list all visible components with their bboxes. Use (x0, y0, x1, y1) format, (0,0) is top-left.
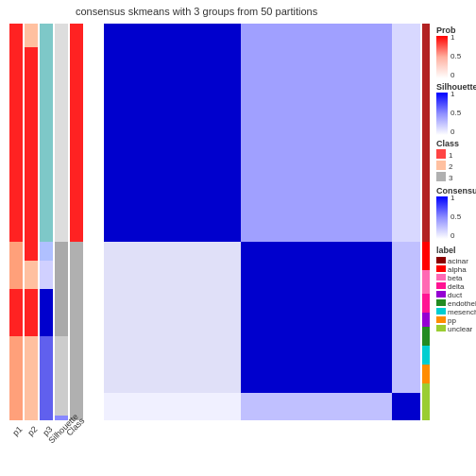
p2-mid2 (25, 261, 38, 289)
legend-class-title: Class (436, 139, 459, 148)
sil-top (55, 24, 68, 242)
sil-tick-1: 1 (450, 90, 455, 98)
prob-tick-05: 0.5 (450, 52, 462, 60)
p1-mid (9, 242, 23, 289)
label-text-pp: pp (448, 316, 456, 325)
p3-mid1 (40, 242, 53, 261)
sil-tick-0: 0 (450, 128, 455, 136)
label-swatch-beta (436, 274, 446, 280)
label-stripe-bot (422, 383, 430, 420)
class-label-3: 3 (449, 174, 453, 182)
p2-mid1 (25, 242, 38, 261)
sil-mid (55, 242, 68, 336)
class-top (70, 24, 83, 242)
label-stripe-mid3 (422, 294, 430, 313)
p1-bot1 (9, 289, 23, 336)
p2-bot1 (25, 289, 38, 336)
cons-gradient (436, 196, 448, 239)
heatmap-botstripright (392, 393, 420, 420)
chart-container: consensus skmeans with 3 groups from 50 … (0, 0, 476, 476)
label-stripe-mid2 (422, 270, 430, 294)
heatmap-topleft (104, 24, 241, 242)
cons-tick-0: 0 (450, 231, 455, 240)
prob-gradient (436, 36, 448, 78)
p3-top2 (40, 47, 53, 242)
label-swatch-endothelial (436, 299, 446, 306)
p3-mid2 (40, 261, 53, 289)
label-text-delta: delta (448, 282, 465, 291)
p1-top (9, 24, 23, 242)
label-swatch-pp (436, 316, 446, 323)
label-stripe-mid7 (422, 365, 430, 383)
label-text-beta: beta (448, 274, 463, 282)
main-svg: p1 p2 p3 Silhouette Class label Prob (0, 0, 476, 476)
heatmap-topright2 (392, 24, 420, 242)
label-stripe-mid4 (422, 313, 430, 327)
class-swatch-1 (436, 149, 446, 159)
class-label-2: 2 (449, 162, 453, 171)
cons-tick-05: 0.5 (450, 212, 462, 221)
heatmap-botright (241, 242, 392, 393)
p2-bot2 (25, 336, 38, 420)
label-swatch-unclear (436, 325, 446, 332)
class-swatch-2 (436, 161, 446, 170)
cons-tick-1: 1 (450, 194, 455, 202)
p2-top1 (25, 24, 38, 47)
label-swatch-alpha (436, 265, 446, 272)
axis-label-p2: p2 (26, 424, 39, 437)
prob-tick-0: 0 (450, 71, 455, 79)
legend-cons-title: Consensus (436, 186, 476, 196)
axis-label-p1: p1 (10, 424, 24, 437)
prob-tick-1: 1 (450, 33, 455, 42)
p3-top1 (40, 24, 53, 47)
label-text-mesenchymal: mesenchymal (448, 308, 476, 316)
label-text-unclear: unclear (448, 325, 473, 333)
legend-label-title: label (436, 246, 456, 255)
sil-bot (55, 336, 68, 420)
label-stripe-mid5 (422, 327, 430, 346)
p2-top2 (25, 47, 38, 242)
p3-bot2 (40, 336, 53, 420)
p1-bot2 (9, 336, 23, 420)
sil-tick-05: 0.5 (450, 109, 462, 117)
label-stripe-mid6 (422, 346, 430, 365)
label-text-acinar: acinar (448, 257, 468, 265)
heatmap-botstrip2 (104, 393, 241, 420)
class-label-1: 1 (449, 151, 453, 160)
label-swatch-acinar (436, 257, 446, 264)
label-text-duct: duct (448, 291, 463, 299)
label-stripe-mid1 (422, 242, 430, 270)
heatmap-botstrip (241, 393, 392, 420)
sil-gradient (436, 93, 448, 135)
heatmap-botrightcorner (392, 242, 420, 393)
p3-bot1 (40, 289, 53, 336)
label-text-alpha: alpha (448, 265, 467, 274)
legend-sil-title: Silhouette (436, 82, 476, 92)
label-text-endothelial: endothelial (448, 299, 476, 308)
label-swatch-mesenchymal (436, 308, 446, 314)
label-stripe-top (422, 24, 430, 242)
class-swatch-3 (436, 172, 446, 181)
class-mid (70, 242, 83, 420)
label-swatch-delta (436, 282, 446, 289)
label-swatch-duct (436, 291, 446, 298)
heatmap-topright (241, 24, 392, 242)
